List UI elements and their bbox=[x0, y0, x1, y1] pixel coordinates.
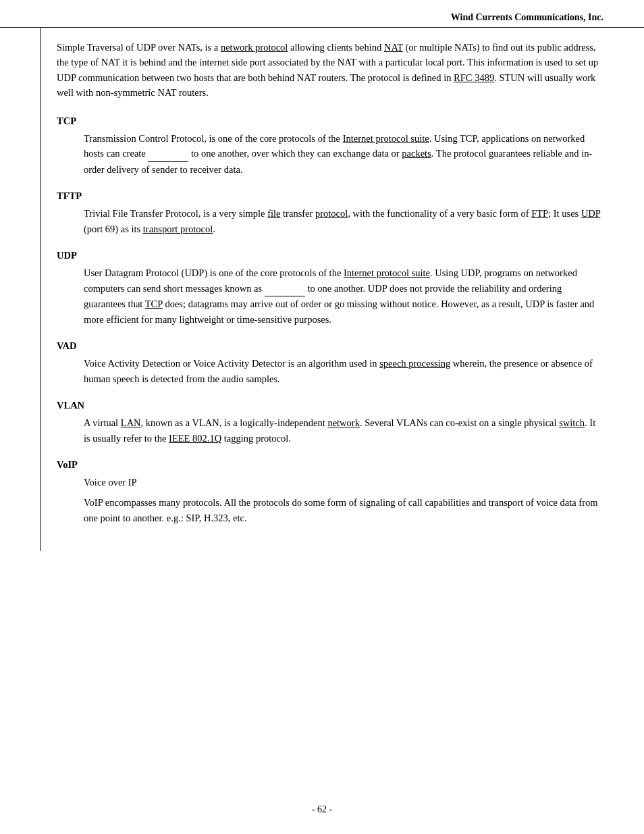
stun-paragraph: Simple Traversal of UDP over NATs, is a … bbox=[57, 40, 603, 101]
term-udp: UDP User Datagram Protocol (UDP) is one … bbox=[57, 250, 603, 327]
udp-blank bbox=[265, 281, 305, 296]
udp-link-tftp[interactable]: UDP bbox=[581, 208, 600, 219]
tftp-text-1: Trivial File Transfer Protocol, is a ver… bbox=[84, 208, 267, 219]
tftp-text-2: transfer bbox=[280, 208, 315, 219]
voip-text-2: VoIP encompasses many protocols. All the… bbox=[84, 495, 603, 525]
lan-link[interactable]: LAN bbox=[121, 417, 141, 428]
vlan-text-2: , known as a VLAN, is a logically-indepe… bbox=[141, 417, 328, 428]
term-vlan: VLAN A virtual LAN, known as a VLAN, is … bbox=[57, 400, 603, 446]
ieee8021q-link[interactable]: IEEE 802.1Q bbox=[169, 433, 221, 444]
voip-label: VoIP bbox=[57, 459, 603, 471]
protocol-link[interactable]: protocol bbox=[315, 208, 348, 219]
network-protocol-link[interactable]: network protocol bbox=[221, 42, 288, 53]
packets-link[interactable]: packets bbox=[402, 148, 431, 159]
vad-label: VAD bbox=[57, 340, 603, 352]
ips-link-udp[interactable]: Internet protocol suite bbox=[344, 267, 430, 278]
page-number: - 62 - bbox=[312, 804, 332, 814]
file-link[interactable]: file bbox=[267, 208, 280, 219]
transport-protocol-link[interactable]: transport protocol bbox=[143, 224, 213, 234]
vlan-text-3: . Several VLANs can co-exist on a single… bbox=[360, 417, 559, 428]
tcp-label: TCP bbox=[57, 115, 603, 127]
main-content: Simple Traversal of UDP over NATs, is a … bbox=[43, 28, 603, 551]
page-footer: - 62 - bbox=[0, 804, 644, 815]
switch-link[interactable]: switch bbox=[559, 417, 585, 428]
vlan-label: VLAN bbox=[57, 400, 603, 411]
vad-text-1: Voice Activity Detection or Voice Activi… bbox=[84, 358, 379, 369]
tcp-blank bbox=[148, 146, 188, 161]
tftp-text-6: . bbox=[213, 224, 215, 234]
tftp-text-4: ; It uses bbox=[548, 208, 581, 219]
stun-text-2: allowing clients behind bbox=[288, 42, 384, 53]
vad-body: Voice Activity Detection or Voice Activi… bbox=[57, 356, 603, 386]
speech-processing-link[interactable]: speech processing bbox=[379, 358, 450, 369]
nat-link[interactable]: NAT bbox=[384, 42, 403, 53]
network-link-vlan[interactable]: network bbox=[327, 417, 360, 428]
udp-body: User Datagram Protocol (UDP) is one of t… bbox=[57, 265, 603, 327]
tftp-text-3: , with the functionality of a very basic… bbox=[348, 208, 531, 219]
ftp-link[interactable]: FTP bbox=[531, 208, 548, 219]
term-tftp: TFTP Trivial File Transfer Protocol, is … bbox=[57, 190, 603, 236]
rfc3489-link[interactable]: RFC 3489 bbox=[454, 72, 494, 83]
page-header: Wind Currents Communications, Inc. bbox=[0, 0, 644, 28]
voip-text-1: Voice over IP bbox=[84, 475, 603, 490]
vlan-body: A virtual LAN, known as a VLAN, is a log… bbox=[57, 415, 603, 446]
vlan-text-1: A virtual bbox=[84, 417, 121, 428]
company-name: Wind Currents Communications, Inc. bbox=[451, 12, 603, 23]
tftp-label: TFTP bbox=[57, 190, 603, 202]
term-vad: VAD Voice Activity Detection or Voice Ac… bbox=[57, 340, 603, 386]
ips-link-tcp[interactable]: Internet protocol suite bbox=[343, 133, 429, 144]
tftp-body: Trivial File Transfer Protocol, is a ver… bbox=[57, 206, 603, 236]
page: Wind Currents Communications, Inc. Simpl… bbox=[0, 0, 644, 834]
vlan-text-5: tagging protocol. bbox=[221, 433, 291, 444]
udp-label: UDP bbox=[57, 250, 603, 261]
tcp-body: Transmission Control Protocol, is one of… bbox=[57, 131, 603, 177]
stun-text-before-np: Simple Traversal of UDP over NATs, is a bbox=[57, 42, 221, 53]
voip-body: Voice over IP VoIP encompasses many prot… bbox=[57, 475, 603, 525]
term-tcp: TCP Transmission Control Protocol, is on… bbox=[57, 115, 603, 177]
tcp-text-1: Transmission Control Protocol, is one of… bbox=[84, 133, 343, 144]
tcp-link-udp[interactable]: TCP bbox=[145, 298, 163, 309]
term-voip: VoIP Voice over IP VoIP encompasses many… bbox=[57, 459, 603, 525]
tftp-text-5: (port 69) as its bbox=[84, 224, 143, 234]
content-wrapper: Simple Traversal of UDP over NATs, is a … bbox=[0, 28, 644, 551]
udp-text-1: User Datagram Protocol (UDP) is one of t… bbox=[84, 267, 344, 278]
